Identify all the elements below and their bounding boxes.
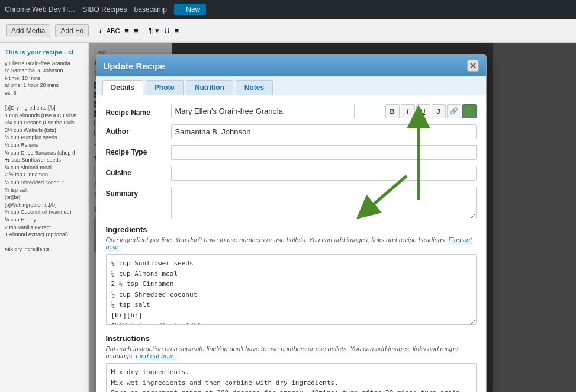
- recipe-type-label: Recipe Type: [106, 145, 165, 156]
- abc-button[interactable]: ABC: [107, 27, 120, 34]
- underline-format-button[interactable]: U: [416, 104, 430, 118]
- list-button[interactable]: ≡: [124, 26, 129, 35]
- paragraph-select[interactable]: ¶ ▾: [149, 26, 160, 35]
- recipe-preview: This is your recipe - cl y Ellen's Grain…: [5, 47, 83, 253]
- modal-overlay: Update Recipe ✕ Details Photo Nutrition …: [89, 43, 493, 392]
- author-label: Author: [106, 124, 165, 136]
- underline-button[interactable]: U: [164, 26, 169, 35]
- instructions-find-out-link[interactable]: Find out how..: [136, 352, 176, 359]
- add-for-button[interactable]: Add Fo: [55, 24, 89, 37]
- admin-bar-basecamp: basecamp: [134, 5, 167, 14]
- tab-bar: Details Photo Nutrition Notes: [96, 76, 486, 95]
- recipe-type-row: Recipe Type: [106, 145, 477, 160]
- recipe-name-row: Recipe Name B I U J 🔗 🌿: [106, 104, 477, 118]
- modal-close-button[interactable]: ✕: [467, 60, 479, 72]
- recipe-name-label: Recipe Name: [106, 105, 165, 117]
- align-button[interactable]: ≡: [175, 26, 179, 35]
- recipe-preview-title: This is your recipe - cl: [5, 47, 83, 57]
- summary-row: Summary: [106, 187, 477, 219]
- tab-notes[interactable]: Notes: [236, 80, 273, 95]
- instructions-section: Instructions Put each instruction on a s…: [106, 334, 477, 392]
- recipe-preview-content: y Ellen's Grain-free Granola n: Samantha…: [5, 60, 83, 253]
- modal-title: Update Recipe: [104, 61, 165, 71]
- new-button[interactable]: + New: [174, 4, 206, 15]
- admin-bar: Chrome Web Dev H… SIBO Recipes basecamp …: [0, 0, 576, 19]
- link-button[interactable]: 🔗: [447, 104, 461, 118]
- summary-label: Summary: [106, 187, 165, 198]
- cuisine-input[interactable]: [171, 166, 477, 181]
- update-recipe-modal: Update Recipe ✕ Details Photo Nutrition …: [96, 54, 487, 392]
- recipe-name-input[interactable]: [171, 104, 355, 118]
- cuisine-label: Cuisine: [106, 166, 165, 177]
- cuisine-row: Cuisine: [106, 166, 477, 181]
- italic-format-button[interactable]: I: [401, 104, 415, 118]
- summary-textarea[interactable]: [171, 187, 477, 219]
- list2-button[interactable]: ≡: [134, 26, 139, 35]
- ingredients-heading: Ingredients: [106, 225, 477, 234]
- ingredients-note: One ingredient per line. You don't have …: [106, 236, 477, 250]
- instructions-textarea[interactable]: Mix dry ingredients. Mix wet ingredients…: [106, 363, 477, 392]
- tab-details[interactable]: Details: [102, 80, 143, 95]
- author-input[interactable]: [171, 124, 477, 139]
- modal-header: Update Recipe ✕: [96, 55, 486, 76]
- recipe-insert-button[interactable]: 🌿: [462, 104, 477, 118]
- tab-nutrition[interactable]: Nutrition: [186, 80, 233, 95]
- italic-button[interactable]: I: [99, 26, 102, 35]
- editor-area: This is your recipe - cl y Ellen's Grain…: [0, 43, 89, 392]
- format-toolbar: B I U J 🔗 🌿: [385, 104, 477, 118]
- instructions-heading: Instructions: [106, 334, 477, 343]
- admin-bar-site: Chrome Web Dev H…: [5, 5, 75, 14]
- ingredients-section: Ingredients One ingredient per line. You…: [106, 225, 477, 327]
- modal-wrapper: Update Recipe ✕ Details Photo Nutrition …: [96, 54, 487, 392]
- tab-photo[interactable]: Photo: [146, 80, 184, 95]
- ingredients-textarea[interactable]: ¼ cup Sunflower seeds ¼ cup Almond meal …: [106, 254, 477, 325]
- modal-body: Recipe Name B I U J 🔗 🌿: [96, 95, 486, 392]
- main-layout: This is your recipe - cl y Ellen's Grain…: [0, 43, 576, 392]
- editor-toolbar: Add Media Add Fo I ABC ≡ ≡ ¶ ▾ U ≡: [0, 19, 576, 43]
- author-row: Author: [106, 124, 477, 139]
- add-media-button[interactable]: Add Media: [6, 24, 50, 37]
- justify-button[interactable]: J: [432, 104, 446, 118]
- admin-bar-recipes: SIBO Recipes: [82, 5, 127, 14]
- bold-button[interactable]: B: [385, 104, 400, 118]
- recipe-type-input[interactable]: [171, 145, 477, 160]
- instructions-note: Put each instruction on a separate lineY…: [106, 345, 477, 359]
